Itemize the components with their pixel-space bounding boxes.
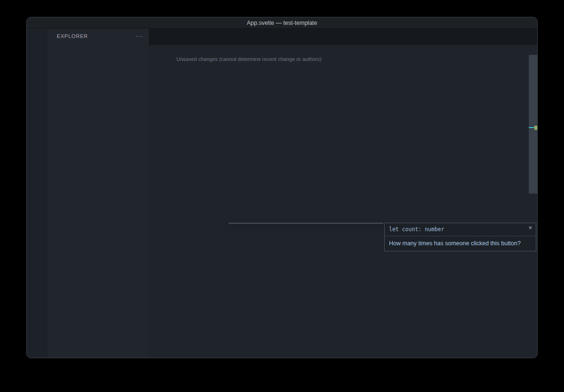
suggest-details-panel: let count: number How many times has som… — [384, 223, 536, 251]
zoom-window-button[interactable] — [50, 20, 55, 26]
titlebar[interactable]: App.svelte — test-template — [27, 17, 537, 29]
explorer-header-label: EXPLORER — [57, 33, 88, 39]
window-controls — [31, 20, 55, 26]
activity-bar — [27, 29, 47, 358]
explorer-sidebar: EXPLORER ··· — [47, 29, 149, 358]
editor-group: Unsaved changes (cannot determine recent… — [149, 29, 537, 358]
editor-scrollbar[interactable] — [529, 55, 537, 194]
close-window-button[interactable] — [31, 20, 37, 26]
symbol-signature: let count: number — [385, 223, 536, 236]
breadcrumb[interactable] — [149, 45, 537, 55]
symbol-documentation: How many times has someone clicked this … — [385, 236, 536, 251]
vscode-window: App.svelte — test-template EXPLORER ··· … — [26, 17, 538, 358]
close-icon[interactable]: × — [528, 224, 532, 231]
unsaved-changes-annotation: Unsaved changes (cannot determine recent… — [176, 56, 321, 62]
overview-ruler-modified-mark — [534, 126, 537, 130]
intellisense-suggest-widget — [229, 223, 383, 224]
overview-ruler-cursor-mark — [529, 127, 534, 128]
tab-bar — [149, 29, 537, 45]
explorer-more-actions-icon[interactable]: ··· — [136, 32, 143, 39]
minimize-window-button[interactable] — [40, 20, 46, 26]
code-editor[interactable]: Unsaved changes (cannot determine recent… — [149, 55, 537, 358]
window-title: App.svelte — test-template — [27, 20, 537, 26]
